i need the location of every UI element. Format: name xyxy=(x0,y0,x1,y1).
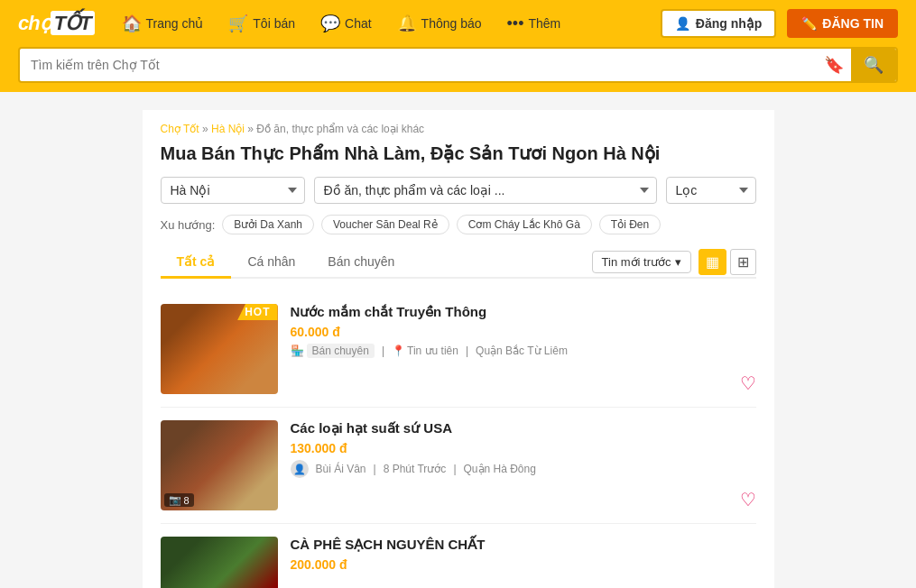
seller-type-label: Bán chuyên xyxy=(307,344,375,358)
main-content: Chợ Tốt » Hà Nội » Đồ ăn, thực phẩm và c… xyxy=(143,110,774,588)
listing-meta-0: 🏪 Bán chuyên | 📍 Tin ưu tiên | Quận Bắc … xyxy=(291,344,756,358)
priority-icon: 📍 xyxy=(392,345,405,357)
sell-icon: 🛒 xyxy=(228,14,248,33)
home-icon: 🏠 xyxy=(122,14,142,33)
listing-item-2: 📷 7 CÀ PHÊ SẠCH NGUYÊN CHẤT 200.000 đ ♡ xyxy=(161,524,756,588)
bookmark-icon[interactable]: 🔖 xyxy=(817,55,851,75)
nav-links: 🏠 Trang chủ 🛒 Tôi bán 💬 Chat 🔔 Thông báo… xyxy=(122,14,661,33)
listing-thumb-0[interactable]: HOT xyxy=(161,304,278,394)
tab-ban-chuyen[interactable]: Bán chuyên xyxy=(311,247,411,279)
meta-sep2: | xyxy=(466,345,468,357)
tab-row: Tất cả Cá nhân Bán chuyên Tin mới trước … xyxy=(161,247,756,279)
breadcrumb-cho-tot[interactable]: Chợ Tốt xyxy=(161,123,199,135)
nav-trang-chu-label: Trang chủ xyxy=(146,16,204,31)
listing-price-0: 60.000 đ xyxy=(291,325,756,339)
trend-tag-toi[interactable]: Tỏi Đen xyxy=(599,215,661,234)
nav-trang-chu[interactable]: 🏠 Trang chủ xyxy=(122,14,204,33)
search-bar: 🔖 🔍 xyxy=(0,47,916,92)
breadcrumb-sep2: » xyxy=(247,123,256,135)
meta-sep1: | xyxy=(382,345,384,357)
listing-thumb-1[interactable]: 📷 8 xyxy=(161,420,278,510)
seller-icon: 🏪 xyxy=(291,345,304,357)
trend-tag-voucher[interactable]: Voucher Săn Deal Rẻ xyxy=(321,215,449,234)
nav-toi-ban[interactable]: 🛒 Tôi bán xyxy=(228,14,295,33)
edit-icon: ✏️ xyxy=(801,16,817,31)
view-list-button[interactable]: ⊞ xyxy=(730,249,756,275)
listing-meta-1: 👤 Bùi Ái Vân | 8 Phút Trước | Quận Hà Đô… xyxy=(291,460,756,478)
bell-icon: 🔔 xyxy=(397,14,417,33)
chat-icon: 💬 xyxy=(320,14,340,33)
seller-name-1: Bùi Ái Vân xyxy=(316,463,366,475)
tab-ca-nhan[interactable]: Cá nhân xyxy=(231,247,311,279)
login-button[interactable]: 👤 Đăng nhập xyxy=(661,9,777,38)
nav-them[interactable]: ••• Thêm xyxy=(507,14,561,33)
time-ago-1: 8 Phút Trước xyxy=(384,463,447,475)
thumb-count-1: 📷 8 xyxy=(164,493,194,507)
view-buttons: ▦ ⊞ xyxy=(699,249,756,275)
breadcrumb-current: Đồ ăn, thực phẩm và các loại khác xyxy=(256,123,424,135)
priority-label: Tin ưu tiên xyxy=(407,345,458,357)
nav-chat-label: Chat xyxy=(345,16,372,31)
view-grid-button[interactable]: ▦ xyxy=(699,249,726,275)
nav-thong-bao[interactable]: 🔔 Thông báo xyxy=(397,14,482,33)
chevron-down-icon: ▾ xyxy=(675,255,681,269)
logo-cho: chợ xyxy=(18,12,51,34)
listing-title-1[interactable]: Các loại hạt suất sứ USA xyxy=(291,420,756,436)
post-button[interactable]: ✏️ ĐĂNG TIN xyxy=(787,9,898,38)
trending-row: Xu hướng: Bưởi Da Xanh Voucher Săn Deal … xyxy=(161,215,756,234)
trend-tag-com[interactable]: Cơm Cháy Lắc Khô Gà xyxy=(457,215,592,234)
breadcrumb: Chợ Tốt » Hà Nội » Đồ ăn, thực phẩm và c… xyxy=(161,123,756,135)
user-icon: 👤 xyxy=(675,16,690,31)
seller-avatar-1: 👤 xyxy=(291,460,309,478)
sort-dropdown[interactable]: Tin mới trước ▾ xyxy=(592,251,691,273)
listing-item-0: HOT Nước mắm chắt Truyền Thông 60.000 đ … xyxy=(161,291,756,408)
search-inner: 🔖 🔍 xyxy=(18,47,898,83)
login-label: Đăng nhập xyxy=(696,16,763,31)
logo[interactable]: chợTỐT xyxy=(18,12,95,35)
breadcrumb-ha-noi[interactable]: Hà Nội xyxy=(211,123,245,135)
nav-thong-bao-label: Thông báo xyxy=(421,16,482,31)
meta-sep-1: | xyxy=(374,463,376,475)
filter-row: Hà Nội Đồ ăn, thực phẩm và các loại ... … xyxy=(161,177,756,204)
favorite-button-1[interactable]: ♡ xyxy=(740,489,756,510)
search-input[interactable] xyxy=(20,58,817,72)
post-label: ĐĂNG TIN xyxy=(822,16,884,31)
breadcrumb-sep1: » xyxy=(202,123,211,135)
listing-title-0[interactable]: Nước mắm chắt Truyền Thông xyxy=(291,304,756,320)
priority-tag: 📍 Tin ưu tiên xyxy=(392,345,458,357)
seller-type-tag: 🏪 Bán chuyên xyxy=(291,344,375,358)
search-button[interactable]: 🔍 xyxy=(851,49,896,81)
tab-tat-ca[interactable]: Tất cả xyxy=(161,247,232,279)
listing-price-2: 200.000 đ xyxy=(291,557,756,572)
top-navigation: chợTỐT 🏠 Trang chủ 🛒 Tôi bán 💬 Chat 🔔 Th… xyxy=(0,0,916,47)
nav-right: 👤 Đăng nhập ✏️ ĐĂNG TIN xyxy=(661,9,898,38)
location-label-1: Quận Hà Đông xyxy=(464,463,536,475)
category-filter[interactable]: Đồ ăn, thực phẩm và các loại ... xyxy=(314,177,657,204)
favorite-button-0[interactable]: ♡ xyxy=(740,372,756,394)
nav-them-label: Thêm xyxy=(528,16,560,31)
camera-icon: 📷 xyxy=(169,494,181,506)
more-icon: ••• xyxy=(507,14,524,33)
tabs-left: Tất cả Cá nhân Bán chuyên xyxy=(161,247,592,277)
location-filter[interactable]: Hà Nội xyxy=(161,177,305,204)
listing-info-0: Nước mắm chắt Truyền Thông 60.000 đ 🏪 Bá… xyxy=(291,304,756,394)
count-label-1: 8 xyxy=(184,495,190,506)
hot-badge: HOT xyxy=(237,304,277,320)
listing-item-1: 📷 8 Các loại hạt suất sứ USA 130.000 đ 👤… xyxy=(161,408,756,524)
sort-label: Tin mới trước xyxy=(602,255,671,269)
nav-toi-ban-label: Tôi bán xyxy=(253,16,295,31)
listing-thumb-2[interactable]: 📷 7 xyxy=(161,537,278,588)
listing-info-2: CÀ PHÊ SẠCH NGUYÊN CHẤT 200.000 đ xyxy=(291,537,756,588)
meta-sep2-1: | xyxy=(453,463,456,475)
trend-tag-buoi[interactable]: Bưởi Da Xanh xyxy=(222,215,314,234)
listing-price-1: 130.000 đ xyxy=(291,441,756,455)
sort-filter[interactable]: Lọc xyxy=(666,177,756,204)
nav-chat[interactable]: 💬 Chat xyxy=(320,14,372,33)
listing-info-1: Các loại hạt suất sứ USA 130.000 đ 👤 Bùi… xyxy=(291,420,756,510)
trending-label: Xu hướng: xyxy=(161,218,216,232)
listing-title-2[interactable]: CÀ PHÊ SẠCH NGUYÊN CHẤT xyxy=(291,537,756,553)
search-icon: 🔍 xyxy=(864,55,884,75)
location-label-0: Quận Bắc Từ Liêm xyxy=(476,345,568,357)
page-title: Mua Bán Thực Phẩm Nhà Làm, Đặc Sản Tươi … xyxy=(161,142,756,164)
logo-tot: TỐT xyxy=(51,11,95,35)
